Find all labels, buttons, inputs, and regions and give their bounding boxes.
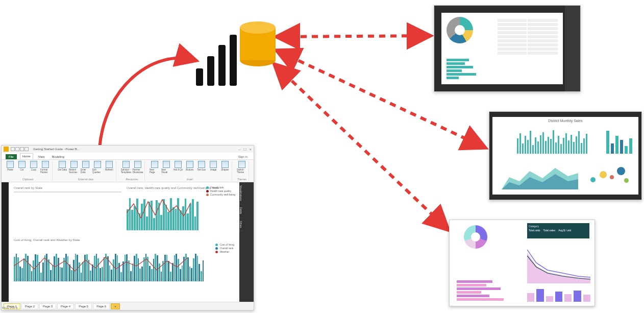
signin-link[interactable]: Sign in: [236, 154, 250, 159]
report-screenshot-top-right: [434, 5, 581, 92]
ribbon-group-label: Relationships: [254, 178, 254, 181]
map-visual[interactable]: NORTH AMERICA © 2018 HERE © 2018 Microso…: [14, 191, 121, 192]
ribbon-group: Switch ThemeThemes: [235, 161, 249, 181]
tab-file[interactable]: File: [6, 154, 17, 159]
database-cylinder-icon: [240, 21, 276, 66]
page-tab[interactable]: Page 4: [57, 303, 74, 309]
report-title: District Monthly Sales: [492, 119, 638, 123]
ribbon-button[interactable]: New Visual: [161, 161, 171, 174]
ribbon-group: Solution TemplatesPartner ShowcaseResour…: [119, 161, 145, 181]
pane-visualizations[interactable]: Visualizations: [239, 182, 242, 204]
mini-column-chart: [527, 287, 590, 302]
viz-title: Cost of living, Overall rank and Weather…: [14, 238, 234, 242]
ribbon-button[interactable]: Image: [208, 161, 218, 174]
report-canvas[interactable]: Overall rank by State NORTH AMERICA © 20…: [9, 182, 239, 302]
ribbon-button[interactable]: Format Painter: [40, 161, 51, 174]
ribbon-button[interactable]: Cut: [17, 161, 27, 174]
powerbi-dataset-icon: [196, 25, 273, 86]
ribbon-group: PasteCutCopyFormat PainterClipboard: [4, 161, 53, 181]
svg-line-2: [276, 65, 447, 229]
page-tab[interactable]: Page 6: [93, 303, 110, 309]
pane-fields[interactable]: Fields: [239, 204, 242, 218]
ribbon-button[interactable]: Solution Templates: [121, 161, 131, 174]
quick-access-toolbar[interactable]: [11, 147, 29, 152]
clustered-bar-visual[interactable]: Overall rank, Health care quality and Co…: [127, 185, 234, 234]
page-tab[interactable]: Page 5: [75, 303, 92, 309]
window-controls[interactable]: – □ ×: [238, 147, 252, 152]
ribbon-button[interactable]: Partner Showcase: [133, 161, 143, 174]
page-tabs[interactable]: Page 1Page 2Page 3Page 4Page 5Page 6+: [2, 302, 254, 310]
powerbi-desktop-window: Getting Started Guide - Power B... – □ ×…: [1, 145, 254, 310]
horizontal-bars: [447, 58, 476, 80]
add-page-button[interactable]: +: [111, 303, 120, 309]
svg-line-0: [278, 36, 429, 37]
ribbon-group-label: External data: [78, 178, 93, 181]
kpi-card: Category Total units Total sales Avg $ /…: [527, 223, 589, 238]
app-icon: [4, 147, 9, 152]
ribbon-button[interactable]: Copy: [29, 161, 39, 174]
ribbon-button[interactable]: Refresh: [104, 161, 114, 174]
document-title: Getting Started Guide - Power B...: [33, 148, 80, 151]
donut-chart-icon: [447, 17, 473, 43]
ribbon-group-label: Insert: [187, 178, 193, 181]
left-view-rail[interactable]: [2, 182, 9, 302]
ribbon-group: New PageNew VisualAsk A QnButtonsText bo…: [148, 161, 232, 181]
page-tab[interactable]: Page 2: [21, 303, 38, 309]
column-chart: [517, 128, 587, 154]
map-region-label: NORTH AMERICA: [47, 191, 88, 192]
ribbon-group-label: Clipboard: [22, 178, 33, 181]
ribbon-button[interactable]: Ask A Qn: [173, 161, 183, 174]
report-canvas-area: Visualizations Fields Filters Overall ra…: [2, 182, 254, 302]
right-panes[interactable]: Visualizations Fields Filters: [239, 182, 254, 302]
ribbon-group: Manage RelationshipsRelationships: [252, 161, 254, 181]
ribbon-group: Get DataRecent SourcesEnter DataEdit Que…: [56, 161, 116, 181]
legend: Cost of living Overall rank Weather: [215, 243, 234, 254]
ribbon-button[interactable]: Text box: [196, 161, 207, 174]
ribbon-group-label: Themes: [237, 178, 246, 181]
legend: Overall rank Health care quality Communi…: [206, 185, 235, 197]
report-page: District Monthly Sales: [492, 117, 638, 195]
ribbon-button[interactable]: Buttons: [185, 161, 195, 174]
ribbon-tabs[interactable]: File Home View Modeling Sign in: [2, 153, 254, 160]
line-overlay: [14, 249, 204, 281]
ribbon-button[interactable]: Switch Theme: [237, 161, 247, 174]
tab-modeling[interactable]: Modeling: [50, 154, 66, 159]
report-screenshot-middle-right: District Monthly Sales: [489, 111, 642, 200]
report-screenshot-bottom-right: Category Total units Total sales Avg $ /…: [449, 220, 595, 306]
dark-side-panel: [565, 6, 580, 91]
maximize-icon[interactable]: □: [243, 147, 246, 152]
ribbon-button[interactable]: Edit Queries: [92, 161, 103, 174]
clustered-bar-visual-wide[interactable]: Cost of living Overall rank Weather: [14, 244, 234, 286]
ribbon-button[interactable]: Recent Sources: [69, 161, 79, 174]
area-chart: [502, 162, 578, 189]
minimize-icon[interactable]: –: [238, 147, 240, 152]
ribbon: PasteCutCopyFormat PainterClipboardGet D…: [2, 160, 254, 182]
waterfall-chart: [606, 128, 632, 154]
ribbon-button[interactable]: Get Data: [57, 161, 67, 174]
close-icon[interactable]: ×: [249, 147, 252, 152]
ribbon-group-label: Resources: [126, 178, 138, 181]
pane-filters[interactable]: Filters: [239, 218, 242, 232]
bubble-chart: [586, 162, 632, 189]
diagram-stage: District Monthly Sales: [0, 0, 644, 313]
powerbi-bars-icon: [196, 35, 237, 86]
tab-home[interactable]: Home: [20, 153, 33, 159]
ribbon-button[interactable]: Paste: [5, 161, 15, 174]
viz-title: Overall rank by State: [14, 186, 121, 189]
tab-view[interactable]: View: [36, 154, 47, 159]
area-line-chart: [527, 243, 595, 283]
ribbon-button[interactable]: Shapes: [220, 161, 230, 174]
ribbon-button[interactable]: Enter Data: [81, 161, 91, 174]
donut-chart-icon: [464, 225, 487, 249]
page-tab[interactable]: Page 3: [39, 303, 56, 309]
ribbon-button[interactable]: New Page: [150, 161, 160, 174]
horizontal-bars: [457, 279, 504, 302]
report-page: [441, 13, 563, 84]
data-table: [498, 18, 558, 54]
status-text: PAGE 1 OF 6: [2, 306, 17, 313]
window-titlebar: Getting Started Guide - Power B... – □ ×: [2, 146, 254, 153]
